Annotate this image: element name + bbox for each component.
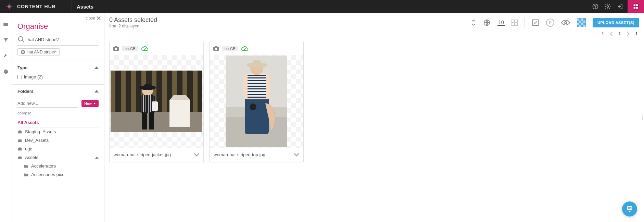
folder-item[interactable]: Assets xyxy=(17,153,99,162)
all-assets-link[interactable]: All Assets xyxy=(17,118,99,127)
svg-rect-13 xyxy=(512,20,514,22)
svg-rect-61 xyxy=(248,86,266,87)
selection-subtitle: from 2 displayed xyxy=(109,24,157,28)
asset-filename: woman-hat-striped-top.jpg xyxy=(214,152,265,157)
pager-current: 1 xyxy=(619,31,621,36)
svg-rect-7 xyxy=(636,4,638,6)
page-title: Assets xyxy=(72,4,98,10)
chevron-up-icon xyxy=(94,90,99,92)
type-title: Type xyxy=(17,65,27,70)
sort-icon[interactable] xyxy=(471,19,476,26)
svg-rect-58 xyxy=(248,77,266,78)
svg-rect-15 xyxy=(512,23,514,26)
folder-icon[interactable] xyxy=(3,21,9,27)
asset-thumbnail[interactable] xyxy=(110,55,203,148)
svg-rect-37 xyxy=(144,84,151,89)
svg-rect-68 xyxy=(253,60,261,66)
sidebar: close Organise hat AND stripe\* Type ima… xyxy=(12,13,104,222)
photo-icon xyxy=(113,46,119,52)
globe-icon[interactable] xyxy=(483,19,491,26)
svg-point-20 xyxy=(115,48,117,50)
svg-rect-45 xyxy=(142,112,147,130)
svg-rect-64 xyxy=(248,94,266,95)
brand-block[interactable]: CONTENT HUB xyxy=(0,0,72,13)
new-btn-label: New xyxy=(84,101,92,106)
add-folder-input[interactable] xyxy=(17,99,78,108)
svg-rect-14 xyxy=(515,20,518,22)
filter-icon[interactable] xyxy=(3,37,9,43)
svg-rect-6 xyxy=(634,4,636,6)
locale-badge: en-GB xyxy=(122,46,138,51)
selection-count: 0 Assets selected xyxy=(109,16,157,24)
folder-item[interactable]: Accessories pics xyxy=(17,170,99,179)
folder-label: ugc xyxy=(25,146,32,151)
type-section-header[interactable]: Type xyxy=(12,61,104,74)
upload-button[interactable]: UPLOAD ASSET(S) xyxy=(593,18,639,27)
svg-rect-65 xyxy=(248,97,266,98)
chip-remove-icon[interactable] xyxy=(21,50,25,54)
folder-item[interactable]: ugc xyxy=(17,145,99,153)
page-size[interactable]: 10 xyxy=(497,19,505,26)
svg-rect-62 xyxy=(248,88,266,89)
folder-label: Dev_Assets xyxy=(25,138,49,143)
folder-item[interactable]: Dev_Assets xyxy=(17,136,99,145)
help-icon[interactable] xyxy=(592,3,599,10)
folders-section-header[interactable]: Folders xyxy=(12,85,104,98)
collapse-folders[interactable]: collapse xyxy=(12,110,104,118)
folders-title: Folders xyxy=(17,89,34,94)
asset-thumbnail[interactable] xyxy=(210,55,303,148)
svg-rect-33 xyxy=(169,100,190,127)
asset-card[interactable]: en-GB woman-hat-striped-jacket.jpg xyxy=(109,42,204,162)
app-switcher[interactable] xyxy=(628,0,644,13)
caret-down-icon xyxy=(93,103,96,104)
chevron-up-icon xyxy=(95,157,99,159)
briefcase-icon xyxy=(17,138,22,143)
cloud-icon xyxy=(241,45,249,52)
logout-icon[interactable] xyxy=(617,3,623,10)
svg-rect-47 xyxy=(152,101,158,111)
svg-rect-59 xyxy=(248,80,266,81)
folder-label: Assets xyxy=(25,155,38,160)
svg-point-71 xyxy=(629,208,629,208)
pager-prev-icon[interactable] xyxy=(610,32,613,36)
brand-icon xyxy=(5,2,14,11)
transparency-toggle[interactable] xyxy=(577,18,586,27)
main-panel: 0 Assets selected from 2 displayed 10 P … xyxy=(104,13,644,222)
svg-point-49 xyxy=(215,48,217,50)
folder-item[interactable]: Accelerators xyxy=(17,162,99,170)
preview-icon[interactable] xyxy=(561,20,570,26)
search-chip[interactable]: hat AND stripe\* xyxy=(17,48,60,56)
svg-rect-60 xyxy=(248,83,266,84)
chevron-down-icon[interactable] xyxy=(194,153,199,157)
type-option-image[interactable]: image (2) xyxy=(12,74,104,84)
search-field[interactable] xyxy=(28,37,99,42)
p-badge[interactable]: P xyxy=(546,18,554,27)
tools-icon[interactable] xyxy=(3,53,9,59)
chevron-down-icon[interactable] xyxy=(294,153,299,157)
svg-point-18 xyxy=(565,22,567,24)
chat-bubble[interactable] xyxy=(622,201,637,217)
image-count-label: image (2) xyxy=(24,74,43,79)
asset-card[interactable]: en-GB woman-hat-striped-top.jpg xyxy=(209,42,304,162)
folder-item[interactable]: Staging_Assets xyxy=(17,127,99,136)
search-icon xyxy=(17,36,25,43)
package-icon[interactable] xyxy=(3,69,9,75)
panel-handle[interactable] xyxy=(640,112,644,123)
pager-first[interactable]: 1 xyxy=(602,31,604,36)
folder-label: Accelerators xyxy=(31,163,56,169)
new-folder-button[interactable]: New xyxy=(81,100,99,107)
gear-icon[interactable] xyxy=(604,3,611,10)
grid-view-icon[interactable] xyxy=(512,20,518,26)
search-input[interactable] xyxy=(17,35,99,46)
image-checkbox[interactable] xyxy=(17,75,22,79)
close-label: close xyxy=(86,16,95,21)
select-all-icon[interactable] xyxy=(532,19,539,26)
pager-next-icon[interactable] xyxy=(627,32,630,36)
folder-icon xyxy=(24,172,28,177)
toolbar: 0 Assets selected from 2 displayed 10 P … xyxy=(104,13,644,30)
pager-last[interactable]: 1 xyxy=(635,31,638,36)
briefcase-icon xyxy=(17,155,22,160)
sidebar-close[interactable]: close xyxy=(12,13,104,21)
sidebar-title: Organise xyxy=(12,21,104,35)
app-header: CONTENT HUB Assets xyxy=(0,0,644,13)
